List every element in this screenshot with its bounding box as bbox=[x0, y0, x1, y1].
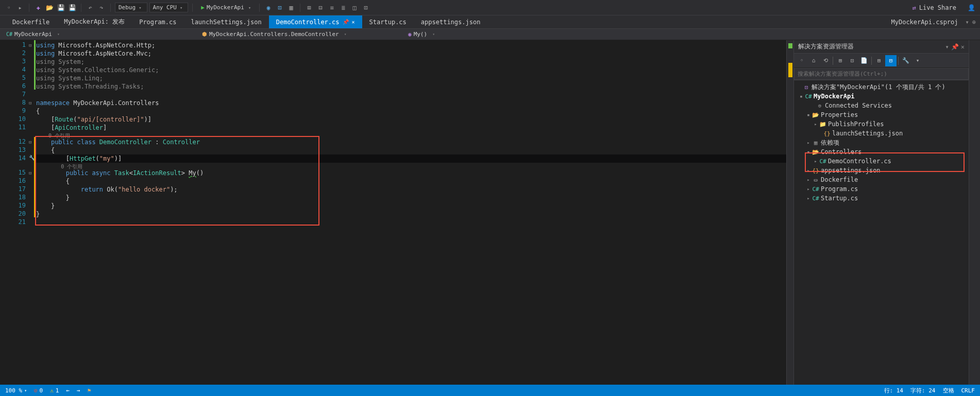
tab-democontroller[interactable]: DemoController.cs📌✕ bbox=[269, 15, 362, 28]
tab-appsettings[interactable]: appsettings.json bbox=[414, 15, 488, 28]
tb-icon-9[interactable]: ⊡ bbox=[361, 3, 370, 12]
sx-tb-4[interactable]: ⊞ bbox=[873, 55, 885, 66]
project-node[interactable]: ▪C#MyDockerApi bbox=[794, 92, 969, 101]
tab-startup[interactable]: Startup.cs bbox=[362, 15, 414, 28]
panel-pin-icon[interactable]: 📌 bbox=[951, 43, 959, 50]
open-icon[interactable]: 📂 bbox=[45, 3, 54, 12]
tb-icon-2[interactable]: ⊡ bbox=[275, 3, 284, 12]
tb-icon-6[interactable]: ≡ bbox=[327, 3, 336, 12]
status-bar: 100 %▾ ⊘0 ⚠1 ← → ⚑ 行: 14 字符: 24 空格 CRLF bbox=[0, 385, 980, 396]
right-tool-dock[interactable] bbox=[969, 40, 980, 385]
zoom-level[interactable]: 100 %▾ bbox=[5, 387, 27, 394]
properties-node[interactable]: ▪📂Properties bbox=[794, 110, 969, 119]
launchsettings-node[interactable]: {}launchSettings.json bbox=[794, 129, 969, 138]
sx-tb-6[interactable]: ▾ bbox=[912, 55, 923, 66]
code-area[interactable]: ⊟using Microsoft.AspNetCore.Http; using … bbox=[36, 40, 786, 385]
account-icon[interactable]: 👤 bbox=[967, 3, 976, 12]
democontroller-node[interactable]: ▸C#DemoController.cs bbox=[794, 157, 969, 166]
panel-close-icon[interactable]: ✕ bbox=[961, 43, 965, 50]
live-share-button[interactable]: ⇄Live Share bbox=[908, 3, 960, 12]
sx-tb-3[interactable]: 📄 bbox=[858, 55, 870, 66]
controllers-node[interactable]: ▪📂Controllers bbox=[794, 147, 969, 157]
tab-label: MyDockerApi: 发布 bbox=[64, 18, 125, 26]
line-ending[interactable]: CRLF bbox=[961, 387, 975, 394]
undo-icon[interactable]: ↶ bbox=[86, 3, 95, 12]
tab-label: Program.cs bbox=[139, 19, 176, 26]
tab-csproj[interactable]: MyDockerApi.csproj bbox=[884, 15, 965, 28]
nav-back-status[interactable]: ← bbox=[66, 387, 70, 394]
error-count[interactable]: ⊘0 bbox=[34, 387, 43, 394]
cursor-col: 字符: 24 bbox=[910, 387, 936, 394]
sx-tb-2[interactable]: ⊡ bbox=[847, 55, 858, 66]
solution-search-input[interactable] bbox=[794, 68, 969, 80]
solution-search bbox=[794, 68, 969, 80]
nav-member[interactable]: ◉My() bbox=[405, 31, 977, 38]
tab-label: launchSettings.json bbox=[191, 19, 261, 26]
tb-icon-4[interactable]: ⊞ bbox=[305, 3, 314, 12]
nav-member-label: My() bbox=[414, 31, 428, 38]
solution-node[interactable]: ⊡解决方案"MyDockerApi"(1 个项目/共 1 个) bbox=[794, 82, 969, 92]
tb-icon-5[interactable]: ⊟ bbox=[316, 3, 325, 12]
tab-label: DemoController.cs bbox=[276, 19, 340, 26]
solution-explorer: 解决方案资源管理器 ▾ 📌 ✕ ◦ ⌂ ⟲ ⊞ ⊡ 📄 ⊞ ⊟ 🔧 ▾ bbox=[793, 40, 969, 385]
redo-icon[interactable]: ↷ bbox=[97, 3, 106, 12]
overview-ruler[interactable] bbox=[786, 40, 793, 385]
dockerfile-node[interactable]: ▸▭Dockerfile bbox=[794, 175, 969, 184]
connected-services-node[interactable]: ⊕Connected Services bbox=[794, 101, 969, 110]
warning-count[interactable]: ⚠1 bbox=[50, 387, 59, 394]
fold-icon[interactable]: ⊟ bbox=[29, 169, 31, 177]
sx-wrench-icon[interactable]: 🔧 bbox=[900, 55, 911, 66]
tab-overflow-icon[interactable]: ▾ bbox=[966, 19, 969, 26]
fold-icon[interactable]: ⊟ bbox=[29, 138, 31, 146]
code-editor[interactable]: 1 2 3 4 5 6 7 8 9 10 11 12 13 14🔧 15 16 … bbox=[0, 40, 793, 385]
panel-dropdown-icon[interactable]: ▾ bbox=[945, 43, 949, 50]
main-toolbar: ◦ ▸ ✚ 📂 💾 💾 ↶ ↷ Debug Any CPU ▶MyDockerA… bbox=[0, 0, 980, 15]
sx-home-icon[interactable]: ⌂ bbox=[808, 55, 819, 66]
nav-project-label: MyDockerApi bbox=[14, 31, 52, 38]
program-node[interactable]: ▸C#Program.cs bbox=[794, 184, 969, 194]
start-debug-button[interactable]: ▶MyDockerApi▾ bbox=[197, 3, 255, 12]
tb-icon-1[interactable]: ◉ bbox=[264, 3, 273, 12]
nav-class-label: MyDockerApi.Controllers.DemoController bbox=[209, 31, 339, 38]
appsettings-node[interactable]: ▸{}appsettings.json bbox=[794, 166, 969, 175]
indent-mode[interactable]: 空格 bbox=[943, 387, 954, 394]
startup-node[interactable]: ▸C#Startup.cs bbox=[794, 194, 969, 203]
tab-add-icon[interactable]: ⊕ bbox=[972, 19, 976, 26]
tab-label: Startup.cs bbox=[369, 19, 407, 26]
status-flag-icon[interactable]: ⚑ bbox=[88, 387, 91, 394]
panel-title-label: 解决方案资源管理器 bbox=[798, 42, 854, 51]
code-nav-bar: C#MyDockerApi ⬢MyDockerApi.Controllers.D… bbox=[0, 29, 980, 40]
nav-project[interactable]: C#MyDockerApi bbox=[3, 31, 199, 38]
config-dropdown[interactable]: Debug bbox=[115, 3, 147, 12]
sx-sync-icon[interactable]: ⟲ bbox=[820, 55, 831, 66]
platform-dropdown[interactable]: Any CPU bbox=[149, 3, 189, 12]
close-icon[interactable]: ✕ bbox=[352, 19, 355, 25]
sx-tb-5[interactable]: ⊟ bbox=[885, 55, 897, 66]
tb-icon-7[interactable]: ≣ bbox=[339, 3, 348, 12]
dependencies-node[interactable]: ▸▦依赖项 bbox=[794, 138, 969, 147]
tb-icon-8[interactable]: ◫ bbox=[350, 3, 359, 12]
tab-launchsettings[interactable]: launchSettings.json bbox=[183, 15, 268, 28]
document-tabs: Dockerfile MyDockerApi: 发布 Program.cs la… bbox=[0, 15, 980, 29]
sx-tb-1[interactable]: ⊞ bbox=[835, 55, 846, 66]
nav-fwd-status[interactable]: → bbox=[77, 387, 80, 394]
solution-tree: ⊡解决方案"MyDockerApi"(1 个项目/共 1 个) ▪C#MyDoc… bbox=[794, 80, 969, 385]
live-share-label: Live Share bbox=[919, 4, 956, 11]
tab-label: MyDockerApi.csproj bbox=[891, 19, 958, 26]
save-icon[interactable]: 💾 bbox=[56, 3, 65, 12]
nav-class[interactable]: ⬢MyDockerApi.Controllers.DemoController bbox=[199, 31, 405, 38]
tab-publish[interactable]: MyDockerApi: 发布 bbox=[57, 15, 132, 28]
tb-icon-3[interactable]: ▦ bbox=[286, 3, 296, 12]
publishprofiles-node[interactable]: ▸📁PublishProfiles bbox=[794, 119, 969, 129]
tab-dockerfile[interactable]: Dockerfile bbox=[5, 15, 57, 28]
line-gutter: 1 2 3 4 5 6 7 8 9 10 11 12 13 14🔧 15 16 … bbox=[0, 40, 36, 385]
sx-back-icon[interactable]: ◦ bbox=[796, 55, 807, 66]
fold-icon[interactable]: ⊟ bbox=[29, 41, 31, 49]
tab-program[interactable]: Program.cs bbox=[132, 15, 183, 28]
fold-icon[interactable]: ⊟ bbox=[29, 99, 31, 107]
nav-fwd-icon[interactable]: ▸ bbox=[15, 3, 25, 12]
nav-back-icon[interactable]: ◦ bbox=[4, 3, 13, 12]
new-icon[interactable]: ✚ bbox=[33, 3, 43, 12]
saveall-icon[interactable]: 💾 bbox=[67, 3, 77, 12]
pin-icon[interactable]: 📌 bbox=[343, 19, 349, 25]
